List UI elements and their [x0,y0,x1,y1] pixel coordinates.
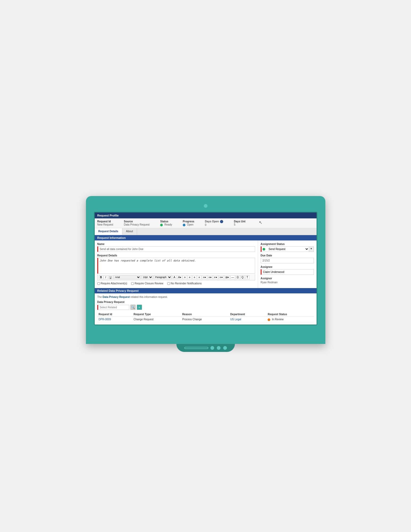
italic-button[interactable]: I [104,275,108,279]
underline-button[interactable]: U [109,275,113,279]
bullet-list-button[interactable]: ≡▾ [213,275,218,279]
request-id-field: Request Id New Request [97,220,113,226]
select-related-input[interactable] [97,305,129,310]
related-section-body: The Data Privacy Request related this in… [95,293,317,324]
align-left-button[interactable]: ≡ [183,275,187,279]
bold-button[interactable]: B [99,275,103,279]
assignor-value: Ryan Redman [261,281,278,284]
tab-request-details[interactable]: Request Details [95,228,122,235]
content-area: Request Information Name Request Details… [95,235,317,324]
laptop-camera [204,204,207,208]
dropdown-arrow-icon[interactable]: ▼ [309,247,314,252]
stand-bar-left [184,347,208,349]
require-attachment-label: Require Attachment(s) [101,282,127,285]
status-text: Ready [164,223,172,226]
request-details-label: Request Details [97,254,255,257]
require-attachment-input[interactable] [97,282,100,285]
special-char-button[interactable]: Ω [236,275,240,279]
dash-button[interactable]: — [230,275,235,279]
row-request-id[interactable]: DPR-0009 [99,318,111,321]
indent-button[interactable]: ≡▾ [202,275,207,279]
col-department: Department [229,312,266,317]
assignment-status-wrapper: Send Request ▼ [261,246,314,252]
tab-about[interactable]: About [122,228,137,235]
laptop-base-bar [94,325,317,331]
require-closure-checkbox[interactable]: Require Closure Review [131,282,163,285]
assignee-input[interactable] [261,269,314,275]
row-request-type: Change Request [132,317,181,322]
rich-text-toolbar: B I U Arial Times New Roman 10pt 12pt [97,274,255,280]
text-format-button[interactable]: T [245,275,250,279]
request-profile-title: Request Profile [97,214,119,217]
help-icon: ? [220,220,223,223]
stand-dot-2 [217,346,221,350]
request-info-two-col: Name Request Details John Doe has reques… [95,240,317,288]
align-justify-button[interactable]: ≡ [197,275,201,279]
no-reminder-checkbox[interactable]: No Reminder Notifications [167,282,202,285]
row-department[interactable]: US Legal [230,318,241,321]
assignee-label: Assignee [261,265,314,268]
search-button[interactable]: Q [240,275,245,279]
add-related-button[interactable]: + [137,305,142,310]
col-request-type: Request Type [132,312,181,317]
request-id-value: New Request [97,223,113,226]
mouse-cursor-icon: ↖ [259,220,262,225]
no-reminder-input[interactable] [167,282,170,285]
days-until-label: Days Unt [234,220,245,223]
due-date-input[interactable] [261,258,314,263]
status-field: Status Ready [160,220,172,226]
days-open-field: Days Open ? 0 [205,220,223,226]
highlight-button[interactable]: A▾ [177,275,182,279]
progress-field: Progress Open [183,220,194,226]
checkboxes-row: Require Attachment(s) Require Closure Re… [97,282,255,285]
laptop-body: Request Profile Request Id New Request S… [86,196,325,344]
name-field-label: Name [97,243,255,246]
assignment-status-field: Assignment Status Send Request ▼ [261,243,314,252]
app-container: Request Profile Request Id New Request S… [95,213,317,324]
outdent-button[interactable]: ≡▾ [207,275,213,279]
request-details-textarea[interactable]: John Doe has requested a complete list o… [97,258,255,274]
require-attachment-checkbox[interactable]: Require Attachment(s) [97,282,127,285]
related-table: Request Id Request Type Reason Departmen… [97,312,314,322]
request-profile-header: Request Profile [95,213,317,218]
font-color-button[interactable]: A [172,275,177,279]
align-center-button[interactable]: ≡ [188,275,192,279]
require-closure-label: Require Closure Review [135,282,163,285]
search-related-button[interactable]: 🔍 [130,305,136,310]
status-dot [160,224,163,226]
progress-text: Open [187,223,193,226]
numbered-list-button[interactable]: ≡▾ [219,275,224,279]
align-right-button[interactable]: ≡ [192,275,197,279]
require-closure-input[interactable] [131,282,134,285]
laptop-screen: Request Profile Request Id New Request S… [94,212,317,325]
paragraph-select[interactable]: Paragraph Heading 1 [153,275,172,279]
assignment-status-select[interactable]: Send Request [266,247,309,252]
due-date-field: Due Date [261,254,314,263]
related-link-text[interactable]: Data Privacy Request [103,296,130,298]
request-information-header: Request Information [95,235,317,240]
col-request-id: Request Id [97,312,132,317]
progress-label: Progress [183,220,194,223]
name-input[interactable] [97,246,255,252]
table-row: DPR-0009 Change Request Process Change U… [97,317,314,322]
row-reason: Process Change [181,317,229,322]
days-open-label: Days Open ? [205,220,223,223]
font-size-select[interactable]: 10pt 12pt [141,275,153,279]
tabs-bar: Request Details About [95,228,317,235]
row-status-dot [268,318,270,321]
related-description: The Data Privacy Request related this in… [97,296,314,298]
table-button[interactable]: ⊞▾ [224,275,230,279]
related-section-header: Related Data Privacy Request [95,288,317,293]
stand-dot-3 [223,346,227,350]
assignor-label: Assignor [261,277,314,280]
font-select[interactable]: Arial Times New Roman [113,275,141,279]
days-until-value: 5 [234,223,235,226]
dpr-label: Data Privacy Request [97,301,314,304]
row-status-text: In Review [272,318,284,321]
left-column: Name Request Details John Doe has reques… [95,240,258,288]
stand-dots [210,346,227,350]
days-open-value: 0 [205,223,206,226]
no-reminder-label: No Reminder Notifications [171,282,202,285]
progress-value: Open [183,223,193,226]
due-date-label: Due Date [261,254,314,257]
